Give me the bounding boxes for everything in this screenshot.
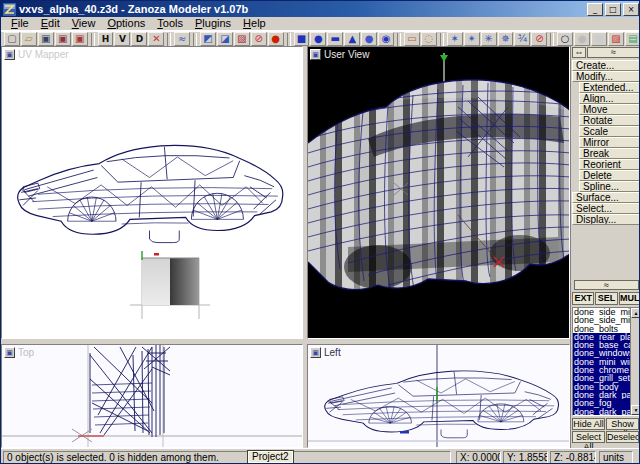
vertical-splitter[interactable] — [303, 46, 307, 448]
viewport-user-view[interactable]: ▣ User View — [307, 46, 570, 339]
viewport-menu-button[interactable]: ▣ — [4, 49, 15, 60]
import-file-icon[interactable]: ▣ — [55, 32, 71, 46]
toolbar-separator[interactable] — [550, 33, 554, 46]
layer-item[interactable]: done_rear_plate_ — [573, 333, 632, 341]
mode-button[interactable]: EXT — [572, 292, 594, 305]
layer-action-button[interactable]: Deselect — [606, 431, 639, 443]
menu-item[interactable]: Plugins — [189, 17, 237, 30]
toolbar-separator[interactable] — [193, 33, 197, 46]
sphere-primitive-icon[interactable]: ● — [310, 32, 326, 46]
texture-cube-icon[interactable]: ▨ — [608, 32, 624, 46]
layer-item[interactable]: done_fog — [573, 399, 632, 407]
menu-item[interactable]: Tools — [151, 17, 189, 30]
scroll-up-icon[interactable]: ▲ — [631, 308, 640, 318]
menu-item[interactable]: Edit — [35, 17, 66, 30]
titlebar[interactable]: vxvs_alpha_40.z3d - Zanoza Modeler v1.07… — [1, 1, 640, 17]
mode-button[interactable]: MUL — [619, 292, 640, 305]
layer-item[interactable]: done_body — [573, 383, 632, 391]
shaded-cube-icon[interactable]: ■ — [591, 32, 607, 46]
sidebar-command-button[interactable]: Create... — [572, 60, 640, 71]
toolbar-separator[interactable] — [440, 33, 444, 46]
shaded-sphere-icon[interactable]: ● — [574, 32, 590, 46]
star-tool-2-icon[interactable]: ✴ — [464, 32, 480, 46]
sidebar-command-button[interactable]: Delete — [579, 170, 640, 181]
scroll-down-icon[interactable]: ▼ — [631, 405, 640, 415]
render-sphere-icon[interactable]: ● — [268, 32, 284, 46]
toolbar-separator[interactable] — [91, 33, 95, 46]
polyline-icon[interactable]: ≈ — [174, 32, 190, 46]
box-primitive-icon[interactable]: ■ — [294, 32, 310, 46]
sidebar-command-button[interactable]: Modify... — [572, 71, 640, 82]
axis-toggle-icon[interactable]: ✕ — [148, 32, 164, 46]
sidebar-command-button[interactable]: Scale — [579, 126, 640, 137]
mode-button[interactable]: SEL — [595, 292, 617, 305]
panel-dock-button[interactable]: ⇔ — [572, 47, 586, 58]
layer-item[interactable]: done_dark_panel2 — [573, 408, 632, 416]
toolbar-separator[interactable] — [167, 33, 171, 46]
face-mode-icon[interactable]: ▨ — [234, 32, 250, 46]
layer-scrollbar[interactable]: ▲ ▼ — [630, 308, 640, 415]
sidebar-command-button[interactable]: Break — [579, 148, 640, 159]
ellipsoid-primitive-icon[interactable]: ● — [361, 32, 377, 46]
z-lock-icon[interactable]: ⊘ — [531, 32, 547, 46]
panel-collapse-button[interactable]: ≈ — [587, 47, 640, 58]
v-toggle-button[interactable]: V — [114, 32, 130, 46]
sidebar-command-button[interactable]: Reorient — [579, 159, 640, 170]
layer-action-button[interactable]: Hide All — [572, 418, 605, 430]
layer-action-button[interactable]: Show All — [606, 418, 639, 430]
maximize-button[interactable]: □ — [605, 3, 621, 16]
torus-primitive-icon[interactable]: ◉ — [378, 32, 394, 46]
close-button[interactable]: × — [623, 3, 639, 16]
viewport-menu-button[interactable]: ▣ — [310, 347, 321, 358]
layer-item[interactable]: done_base_carria — [573, 341, 632, 349]
open-folder-icon[interactable]: ▱ — [21, 32, 37, 46]
project-tab[interactable]: Project2 — [247, 450, 294, 464]
sidebar-command-button[interactable]: Rotate — [579, 115, 640, 126]
save-icon[interactable]: ▣ — [38, 32, 54, 46]
menu-item[interactable]: File — [5, 17, 35, 30]
layer-item[interactable]: done_grill_set — [573, 374, 632, 382]
export-file-icon[interactable]: ▣ — [72, 32, 88, 46]
layer-item[interactable]: done_windows — [573, 349, 632, 357]
vertex-mode-icon[interactable]: ◩ — [200, 32, 216, 46]
star-tool-1-icon[interactable]: ✶ — [447, 32, 463, 46]
d-toggle-button[interactable]: D — [131, 32, 147, 46]
cone-primitive-icon[interactable]: ▲ — [344, 32, 360, 46]
layer-item[interactable]: done_mini_window — [573, 358, 632, 366]
magnifier-icon[interactable]: ○ — [557, 32, 573, 46]
star-tool-4-icon[interactable]: ✵ — [498, 32, 514, 46]
cylinder-primitive-icon[interactable]: ▬ — [327, 32, 343, 46]
viewport-uv-mapper[interactable]: ▣ UV Mapper — [1, 46, 303, 339]
sidebar-command-button[interactable]: Align... — [579, 93, 640, 104]
menu-item[interactable]: View — [66, 17, 102, 30]
background-image-icon[interactable]: ▤ — [625, 32, 640, 46]
menu-item[interactable]: Help — [237, 17, 272, 30]
sidebar-command-button[interactable]: Extended... — [579, 82, 640, 93]
sidebar-command-button[interactable]: Mirror — [579, 137, 640, 148]
layer-item[interactable]: done_chrome — [573, 366, 632, 374]
horizontal-splitter[interactable] — [1, 339, 570, 344]
viewport-menu-button[interactable]: ▣ — [4, 347, 15, 358]
sidebar-command-button[interactable]: Spline... — [579, 181, 640, 192]
sidebar-command-button[interactable]: Move — [579, 104, 640, 115]
panel-collapse-button-2[interactable]: ≈ — [574, 280, 639, 290]
sidebar-command-button[interactable]: Surface... — [572, 192, 640, 203]
layer-item[interactable]: done_side_mirror_ — [573, 308, 632, 316]
viewport-left[interactable]: ▣ Left — [307, 344, 570, 448]
layer-item[interactable]: done_side_mirror — [573, 316, 632, 324]
h-toggle-button[interactable]: H — [98, 32, 114, 46]
star-tool-3-icon[interactable]: ✳ — [481, 32, 497, 46]
viewport-top[interactable]: ▣ Top — [1, 344, 303, 448]
marquee-rect-icon[interactable]: ▭ — [404, 32, 420, 46]
layer-item[interactable]: done_bolts — [573, 325, 632, 333]
edge-mode-icon[interactable]: ◪ — [217, 32, 233, 46]
layer-item[interactable]: done_dark_panels — [573, 391, 632, 399]
marquee-circle-icon[interactable]: ◌ — [421, 32, 437, 46]
toolbar-separator[interactable] — [287, 33, 291, 46]
viewport-menu-button[interactable]: ▣ — [310, 49, 321, 60]
minimize-button[interactable]: _ — [587, 3, 603, 16]
sidebar-command-button[interactable]: Select... — [572, 203, 640, 214]
layer-action-button[interactable]: Select All — [572, 431, 605, 443]
sidebar-command-button[interactable]: Display... — [572, 214, 640, 225]
menu-item[interactable]: Options — [101, 17, 151, 30]
